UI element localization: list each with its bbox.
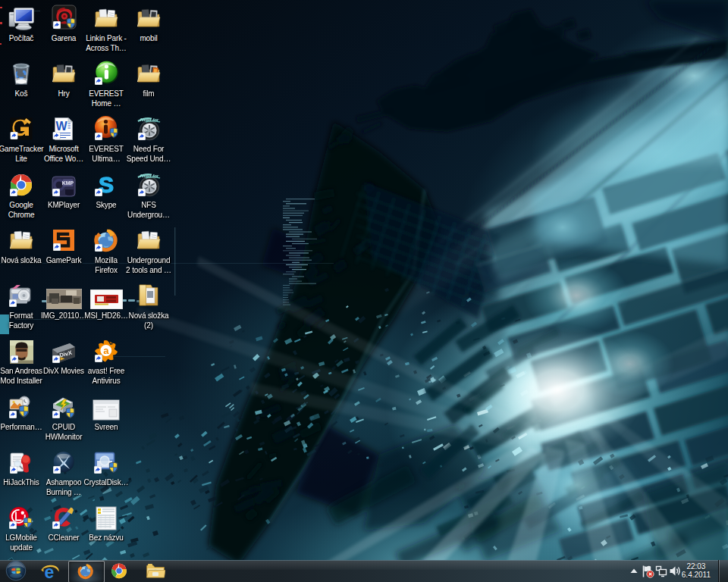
svg-text:W: W — [55, 120, 67, 133]
svg-text:a: a — [103, 345, 109, 356]
svg-text:Need for: Need for — [140, 117, 158, 122]
svg-text:e: e — [45, 562, 55, 581]
svg-text:KMP: KMP — [62, 180, 74, 186]
svg-text:Need for: Need for — [140, 174, 158, 178]
